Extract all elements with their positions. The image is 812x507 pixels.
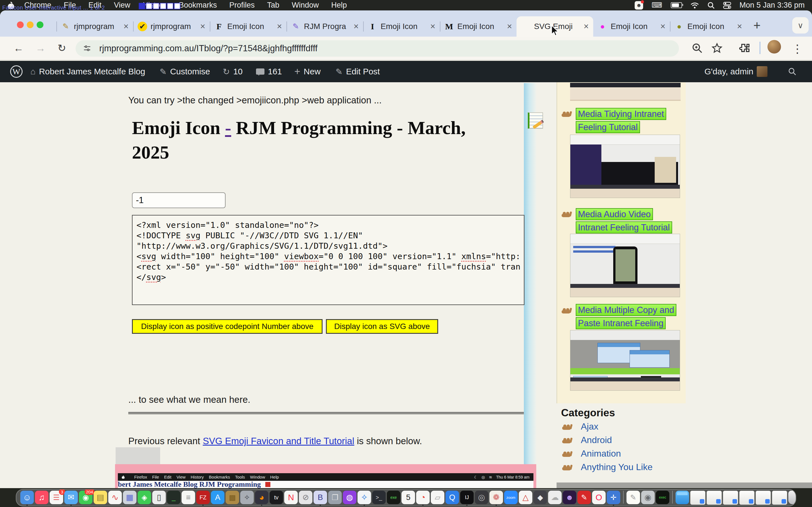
dock-item[interactable]: ♫ [35,491,49,504]
minimize-window-button[interactable] [27,21,34,28]
tab-close-icon[interactable]: × [430,21,435,32]
dock-item[interactable]: ◍ [343,491,356,504]
browser-tab[interactable]: ✎ rjmprogram × [56,16,133,37]
dock-item[interactable]: ◉ [641,491,655,504]
tab-close-icon[interactable]: × [123,21,129,32]
tab-close-icon[interactable]: × [583,21,589,32]
dock-item[interactable]: ❁ • [490,491,503,504]
wp-logo[interactable]: W [10,61,22,82]
codepoint-input[interactable] [132,192,225,208]
dock-item[interactable] [675,491,689,504]
dock-item[interactable] [756,491,771,505]
browser-tab[interactable]: ● Emoji Icon × [670,16,747,37]
dock-item[interactable]: >_ [372,491,386,504]
dock-item[interactable]: ◔ • [416,491,430,504]
dock-item[interactable] [772,491,787,505]
dock-item[interactable] [707,491,722,505]
dock-item[interactable]: ▯ [152,491,166,504]
dock-item[interactable]: ≡ [182,491,195,504]
dock-item[interactable]: N [284,491,298,504]
sidebar-post-link[interactable]: Media Tidying Intranet Feeling Tutorial [576,108,679,134]
dock-item[interactable]: ✛ • [607,491,620,504]
battery-icon[interactable] [671,2,682,8]
wifi-icon[interactable] [691,2,699,9]
chrome-menu-icon[interactable]: ⋮ [792,42,803,55]
category-item[interactable]: Android [562,433,652,447]
zoom-window-button[interactable] [37,21,43,28]
sidebar-post-link[interactable]: Media Audio Video Intranet Feeling Tutor… [576,208,679,234]
dock-item[interactable]: ☁ [548,491,562,504]
admin-updates[interactable]: ↻ 10 [223,61,243,82]
forward-button[interactable]: → [36,42,46,54]
dock-item[interactable]: ◆ [534,491,547,504]
dock-item[interactable]: ☻ [563,491,576,504]
display-svg-button[interactable]: Display icon as SVG above [326,319,438,334]
category-item[interactable]: Ajax [562,420,652,433]
dock-item[interactable]: zoom [504,491,518,504]
dock-item[interactable] [690,491,705,505]
dock-item[interactable]: ⊘ [299,491,312,504]
tab-close-icon[interactable]: × [200,21,205,32]
dock-item[interactable]: 5 [402,491,415,504]
dock-item[interactable]: FZ • [196,491,210,504]
address-bar[interactable]: rjmprogramming.com.au/ITblog/?p=71548&jg… [75,40,679,57]
menu-item[interactable]: Window [286,1,325,10]
dock-item[interactable] [672,491,673,504]
category-link[interactable]: Ajax [581,421,598,432]
tab-close-icon[interactable]: × [277,21,282,32]
dock-item[interactable]: ✧ • [357,491,371,504]
dock-item[interactable]: _ [167,491,181,504]
dock-item[interactable]: ▩ [225,491,239,504]
tab-close-icon[interactable]: × [507,21,512,32]
dock-item[interactable] [788,491,796,504]
dock-item[interactable]: A [211,491,224,504]
admin-edit-post[interactable]: ✎ Edit Post [336,61,380,82]
admin-comments[interactable]: 161 [256,61,282,82]
site-settings-icon[interactable] [83,44,91,53]
dock-item[interactable]: ◕ • [255,491,268,504]
browser-tab[interactable]: ✔ rjmprogram × [133,16,210,37]
dock-item[interactable]: ▤ [94,491,107,504]
dock-item[interactable]: ✧ [240,491,254,504]
dock-item[interactable]: ☺ • [20,491,34,504]
dock-item[interactable]: ◉ 204 [79,491,93,504]
dock-item[interactable]: ✎ [626,491,640,504]
new-tab-button[interactable]: + [753,18,761,33]
dock-item[interactable]: exec [656,491,669,504]
admin-search[interactable] [788,61,797,82]
dock-item[interactable]: ☰ 3 [50,491,63,504]
sidebar-post-thumbnail[interactable] [570,330,680,391]
category-item[interactable]: Animation [562,447,652,460]
menu-bar-clock[interactable]: Mon 5 Jan 3:36 pm [740,1,805,10]
dock-item[interactable] [623,491,624,504]
dock-item[interactable]: Q [446,491,459,504]
dock-item[interactable]: ◈ [138,491,151,504]
menu-item[interactable]: Profiles [223,1,261,10]
profile-avatar[interactable] [767,40,781,54]
dock-item[interactable] [723,491,738,505]
dock-item[interactable]: ▦ [123,491,137,504]
zoom-page-icon[interactable] [691,42,703,54]
browser-tab[interactable]: F Emoji Icon × [210,16,287,37]
browser-tab[interactable]: M Emoji Icon × [440,16,516,37]
reload-button[interactable]: ↻ [57,42,66,54]
dock-item[interactable]: ◎ [475,491,488,504]
sidebar-post-thumbnail[interactable] [570,234,680,297]
svg-code-textarea[interactable]: <?xml version="1.0" standalone="no"?><!D… [132,215,524,305]
dock-item[interactable] [739,491,755,505]
dock-item[interactable]: △ [519,491,532,504]
dock-item[interactable]: B • [313,491,327,504]
menu-item[interactable]: View [108,1,137,10]
dock-item[interactable]: ▱ [431,491,444,504]
category-link[interactable]: Animation [581,448,621,459]
browser-tab[interactable]: ✎ RJM Progra × [287,16,363,37]
close-window-button[interactable] [17,21,24,28]
keyboard-icon[interactable]: ⌨ [652,1,662,10]
admin-new[interactable]: + New [294,61,320,82]
dock-item[interactable]: exe [387,491,400,504]
browser-tab[interactable]: ● Emoji Icon × [593,16,670,37]
dock-item[interactable]: IJ • [460,491,474,504]
title-dash-link[interactable]: - [225,117,231,138]
menu-item[interactable]: Help [325,1,353,10]
category-item[interactable]: Anything You Like [562,460,652,474]
